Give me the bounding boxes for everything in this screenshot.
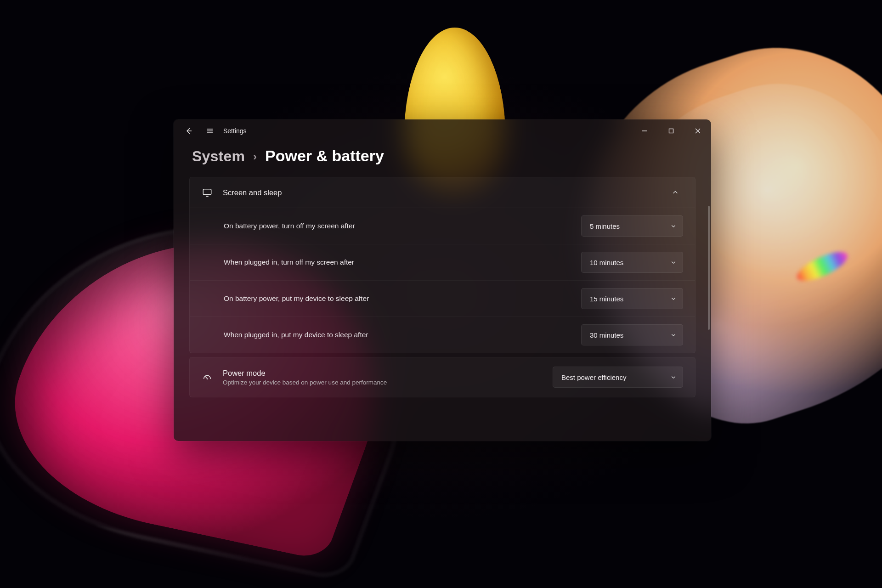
chevron-down-icon: [671, 296, 676, 301]
svg-rect-0: [669, 129, 673, 133]
settings-body: System › Power & battery Screen and slee…: [174, 142, 711, 441]
setting-label: When plugged in, put my device to sleep …: [224, 331, 368, 339]
minimize-icon: [641, 127, 648, 135]
dropdown-sleep-plugged[interactable]: 30 minutes: [581, 324, 683, 345]
window-title: Settings: [223, 127, 247, 135]
svg-rect-1: [203, 189, 211, 195]
display-icon: [202, 187, 213, 198]
dropdown-power-mode[interactable]: Best power efficiency: [553, 367, 683, 388]
scrollbar[interactable]: [708, 206, 710, 330]
screen-and-sleep-title: Screen and sleep: [223, 188, 282, 197]
window-controls: [631, 119, 711, 142]
dropdown-sleep-battery[interactable]: 15 minutes: [581, 288, 683, 309]
power-mode-title-block: Power mode Optimize your device based on…: [223, 369, 387, 386]
minimize-button[interactable]: [631, 119, 658, 142]
breadcrumb: System › Power & battery: [192, 147, 695, 165]
power-mode-card: Power mode Optimize your device based on…: [189, 357, 695, 397]
power-mode-subtitle: Optimize your device based on power use …: [223, 379, 387, 386]
setting-row-sleep-plugged: When plugged in, put my device to sleep …: [190, 317, 695, 353]
power-mode-title: Power mode: [223, 369, 266, 377]
dropdown-value: Best power efficiency: [561, 373, 626, 381]
screen-and-sleep-header[interactable]: Screen and sleep: [190, 177, 695, 208]
close-button[interactable]: [684, 119, 711, 142]
hamburger-icon: [206, 127, 214, 135]
dropdown-value: 5 minutes: [590, 222, 620, 230]
gauge-icon: [202, 372, 213, 382]
chevron-down-icon: [671, 374, 676, 380]
chevron-right-icon: ›: [253, 150, 257, 163]
dropdown-value: 30 minutes: [590, 331, 623, 339]
back-button[interactable]: [178, 119, 199, 142]
screen-and-sleep-rows: On battery power, turn off my screen aft…: [190, 208, 695, 353]
settings-window: Settings System › Power & battery: [174, 119, 711, 441]
close-icon: [694, 127, 701, 135]
chevron-down-icon: [671, 332, 676, 338]
dropdown-screen-off-plugged[interactable]: 10 minutes: [581, 252, 683, 273]
setting-label: On battery power, turn off my screen aft…: [224, 222, 355, 230]
chevron-up-icon: [667, 189, 683, 196]
setting-label: On battery power, put my device to sleep…: [224, 294, 369, 303]
maximize-button[interactable]: [658, 119, 684, 142]
breadcrumb-parent[interactable]: System: [192, 148, 245, 165]
chevron-down-icon: [671, 223, 676, 229]
power-mode-header[interactable]: Power mode Optimize your device based on…: [190, 357, 695, 397]
dropdown-value: 10 minutes: [590, 259, 623, 266]
maximize-icon: [667, 127, 675, 135]
page-title: Power & battery: [265, 147, 384, 165]
setting-row-screen-off-plugged: When plugged in, turn off my screen afte…: [190, 244, 695, 281]
setting-label: When plugged in, turn off my screen afte…: [224, 258, 354, 266]
titlebar: Settings: [174, 119, 711, 142]
chevron-down-icon: [671, 260, 676, 265]
arrow-left-icon: [185, 127, 192, 135]
setting-row-sleep-battery: On battery power, put my device to sleep…: [190, 281, 695, 317]
dropdown-screen-off-battery[interactable]: 5 minutes: [581, 215, 683, 237]
screen-and-sleep-card: Screen and sleep On battery power, turn …: [189, 177, 695, 353]
setting-row-screen-off-battery: On battery power, turn off my screen aft…: [190, 208, 695, 244]
nav-menu-button[interactable]: [199, 119, 220, 142]
dropdown-value: 15 minutes: [590, 295, 623, 303]
